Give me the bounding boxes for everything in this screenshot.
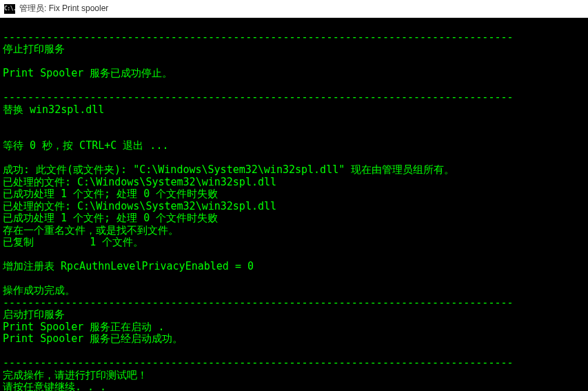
titlebar[interactable]: C:\. 管理员: Fix Print spooler	[0, 0, 588, 18]
console-window: C:\. 管理员: Fix Print spooler ------------…	[0, 0, 588, 391]
cmd-icon: C:\.	[4, 4, 15, 14]
window-title: 管理员: Fix Print spooler	[19, 3, 108, 14]
terminal-output[interactable]: ----------------------------------------…	[0, 18, 588, 391]
